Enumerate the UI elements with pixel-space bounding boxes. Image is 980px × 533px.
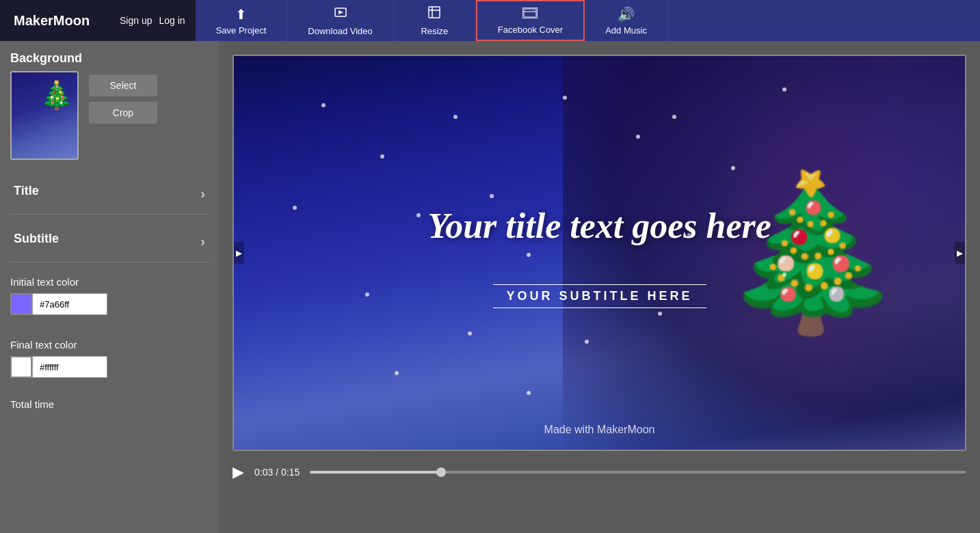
nav-actions: ⬆ Save Project Download Video Resize	[196, 0, 980, 41]
background-section-header: Select Crop	[10, 71, 209, 160]
auth-links: Sign up Log in	[109, 0, 196, 41]
total-time-label: Total time	[10, 398, 209, 410]
brand-name: MakerMoon	[14, 13, 90, 29]
sidebar: Background Select Crop Title › Subtitle …	[0, 41, 219, 533]
canvas-subtitle[interactable]: YOUR SUBTITLE HERE	[492, 284, 706, 308]
subtitle-section[interactable]: Subtitle ›	[10, 221, 209, 262]
watermark: Made with MakerMoon	[544, 424, 655, 436]
crop-button[interactable]: Crop	[89, 102, 157, 124]
facebook-cover-icon	[522, 6, 538, 22]
resize-button[interactable]: Resize	[394, 0, 476, 41]
resize-icon	[427, 5, 442, 23]
final-color-row	[10, 356, 209, 378]
initial-color-row	[10, 293, 209, 315]
download-video-icon	[333, 5, 348, 23]
final-color-section: Final text color	[10, 339, 209, 388]
facebook-cover-label: Facebook Cover	[498, 25, 563, 35]
background-title: Background	[10, 51, 209, 66]
add-music-label: Add Music	[605, 25, 647, 36]
svg-rect-2	[429, 7, 440, 18]
initial-color-label: Initial text color	[10, 276, 209, 288]
prev-arrow[interactable]: ▸	[234, 242, 244, 264]
video-frame: 🎄	[233, 55, 966, 451]
save-project-label: Save Project	[216, 25, 267, 36]
signup-link[interactable]: Sign up	[120, 15, 152, 26]
title-section[interactable]: Title ›	[10, 174, 209, 215]
progress-fill	[310, 471, 441, 474]
background-preview	[12, 72, 77, 159]
final-color-input[interactable]	[32, 356, 107, 378]
progress-bar[interactable]	[310, 471, 966, 474]
subtitle-chevron-icon: ›	[200, 234, 205, 249]
svg-rect-6	[524, 9, 536, 17]
title-section-label: Title	[14, 184, 39, 198]
progress-knob[interactable]	[436, 467, 446, 477]
final-color-label: Final text color	[10, 339, 209, 351]
background-buttons: Select Crop	[89, 71, 157, 124]
background-section: Background Select Crop	[10, 51, 209, 160]
top-navigation: MakerMoon Sign up Log in ⬆ Save Project …	[0, 0, 980, 41]
initial-color-section: Initial text color	[10, 276, 209, 325]
video-canvas: 🎄	[233, 55, 966, 451]
preview-area: 🎄	[219, 41, 980, 533]
download-video-label: Download Video	[308, 26, 372, 36]
play-button[interactable]: ▶	[233, 463, 244, 481]
login-link[interactable]: Log in	[159, 15, 185, 26]
download-video-button[interactable]: Download Video	[287, 0, 393, 41]
initial-color-input[interactable]	[32, 293, 107, 315]
brand-logo: MakerMoon	[0, 0, 109, 41]
save-project-icon: ⬆	[235, 6, 247, 23]
save-project-button[interactable]: ⬆ Save Project	[196, 0, 288, 41]
add-music-button[interactable]: 🔊 Add Music	[585, 0, 668, 41]
select-button[interactable]: Select	[89, 74, 157, 96]
initial-color-swatch[interactable]	[10, 293, 32, 315]
player-controls: ▶ 0:03 / 0:15	[233, 451, 966, 485]
next-arrow[interactable]: ▸	[955, 242, 965, 264]
svg-marker-1	[339, 10, 343, 14]
subtitle-section-label: Subtitle	[14, 232, 59, 246]
total-time: 0:15	[281, 467, 300, 478]
current-time: 0:03	[254, 467, 273, 478]
main-content: Background Select Crop Title › Subtitle …	[0, 41, 980, 533]
time-display: 0:03 / 0:15	[254, 467, 300, 478]
background-thumbnail	[10, 71, 79, 160]
time-separator: /	[276, 467, 281, 478]
title-chevron-icon: ›	[200, 186, 205, 202]
add-music-icon: 🔊	[618, 6, 635, 23]
facebook-cover-button[interactable]: Facebook Cover	[476, 0, 585, 41]
final-color-swatch[interactable]	[10, 356, 32, 378]
resize-label: Resize	[421, 26, 448, 36]
canvas-title[interactable]: Your title text goes here	[427, 206, 771, 246]
